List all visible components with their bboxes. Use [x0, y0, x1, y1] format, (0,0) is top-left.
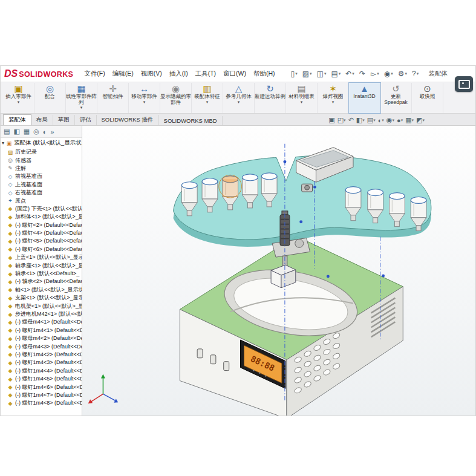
ribbon-button[interactable]: ▲ Instant3D — [349, 83, 380, 113]
quickbar-icon[interactable]: ◫ ▾ — [315, 70, 329, 78]
ribbon-tab[interactable]: SOLIDWORKS 插件 — [97, 115, 159, 125]
tree-item[interactable]: 原点 — [7, 197, 82, 204]
headsup-icon[interactable]: ◩ ▾ — [416, 116, 425, 124]
headsup-icon[interactable]: ▤ ▾ — [367, 116, 376, 124]
main-content: ▤◧▦◎◐» ▾ 装配体 (默认<默认_显示状态-1> 历史记录 — [1, 126, 475, 416]
plate-motor[interactable] — [302, 184, 313, 192]
tree-item[interactable]: (-) 螺钉<5> (Default<<Default> — [7, 237, 82, 245]
ribbon-tab[interactable]: 草图 — [53, 115, 75, 125]
ribbon-button[interactable]: ▦ 线性零部件阵列 ▾ — [66, 83, 97, 113]
menu-item[interactable]: 帮助(H) — [250, 70, 279, 78]
tree-item[interactable]: (-) 螺母m4<1> (Default<<Defa — [7, 318, 82, 326]
headsup-icon[interactable]: ▣ — [328, 116, 334, 124]
menu-item[interactable]: 视图(V) — [137, 70, 166, 78]
ribbon-button[interactable]: ↺ 更新 Speedpak — [380, 83, 412, 113]
headsup-icon[interactable]: ◉ ▾ — [386, 116, 394, 124]
tree-item-label: (-) 螺母m4<3> (Default<<Defa — [15, 343, 82, 351]
tree-item[interactable]: 右视基准面 — [7, 189, 82, 197]
tree-item-label: 轴承座<1> (默认<<默认>_显示 — [15, 262, 82, 270]
tree-item[interactable]: (-) 螺钉1m4<5> (Default<<Defa — [7, 375, 82, 383]
tree-item[interactable]: (-) 螺钉<6> (Default<<Default> — [7, 246, 82, 253]
headsup-icon[interactable]: ◧ ▾ — [356, 116, 365, 124]
menu-item[interactable]: 文件(F) — [80, 70, 108, 78]
tree-item-label: (-) 螺母m4<2> (Default<<Defa — [15, 334, 82, 342]
tree-item[interactable]: (固定) 下壳<1> (默认<<默认>_显 — [7, 205, 82, 213]
headsup-icon[interactable]: ◰ ▾ — [337, 116, 346, 124]
tree-item[interactable]: (-) 螺钉1m4<7> (Default<<Defa — [7, 391, 82, 399]
manager-tab-icon[interactable]: ▤ — [4, 128, 10, 135]
ribbon-button[interactable]: ↔ 移动零部件 ▾ — [129, 83, 160, 113]
quickbar-icon[interactable]: ▻ ▾ — [368, 70, 382, 78]
tree-item[interactable]: (-) 螺钉<4> (Default<<Default> — [7, 229, 82, 237]
ribbon-button-icon: △ — [235, 84, 243, 94]
ribbon-tab[interactable]: 布局 — [31, 115, 53, 125]
ribbon-button[interactable]: ⊙ 取快照 — [412, 83, 443, 113]
tree-item[interactable]: 电机架<1> (默认<<默认>_显示 — [7, 302, 82, 310]
tree-item[interactable]: (-) 螺母m4<3> (Default<<Defa — [7, 342, 82, 350]
tree-item[interactable]: 上视基准面 — [7, 181, 82, 189]
ribbon-tab[interactable]: 装配体 — [3, 114, 31, 125]
tree-item[interactable]: (-) 螺钉1m4<2> (Default<<Defa — [7, 351, 82, 359]
tree-item[interactable]: 轴<1> (默认<<默认>_显示状态 — [7, 286, 82, 294]
manager-tab-icon[interactable]: » — [50, 128, 54, 135]
headsup-icon[interactable]: ● ▾ — [397, 117, 403, 124]
quickbar-icon[interactable]: ? ▾ — [409, 70, 421, 78]
ribbon-tab[interactable]: 评估 — [75, 115, 97, 125]
tree-item[interactable]: (-) 螺钉1m4<4> (Default<<Defa — [7, 367, 82, 375]
tree-item-icon — [7, 327, 13, 333]
quickbar-icon[interactable]: ▯ ▾ — [289, 70, 300, 78]
graphics-area[interactable]: 88:88 — [82, 126, 475, 416]
tree-item[interactable]: 支架<1> (默认<<默认>_显示状 — [7, 294, 82, 302]
tree-item[interactable]: (-) 螺母m4<2> (Default<<Defa — [7, 334, 82, 342]
tree-item[interactable]: (-) 螺钉1m4<6> (Default<<Defa — [7, 383, 82, 391]
tree-item[interactable]: (-) 螺钉1m4<1> (Default<<Defa — [7, 327, 82, 334]
menu-item[interactable]: 插入(I) — [166, 70, 192, 78]
quickbar-icon[interactable]: ↷ — [357, 70, 368, 78]
dropdown-caret-icon: ▾ — [417, 71, 419, 76]
quickbar-icon[interactable]: ↶ ▾ — [343, 70, 357, 78]
headsup-icon[interactable]: ◐ ▾ — [378, 117, 384, 124]
manager-tab-icon[interactable]: ▦ — [24, 128, 30, 135]
tree-item[interactable]: 上盖<1> (默认<<默认>_显示状态 — [7, 253, 82, 261]
headsup-icon[interactable]: ▦ ▾ — [405, 116, 414, 124]
feature-manager-panel: ▤◧▦◎◐» ▾ 装配体 (默认<默认_显示状态-1> 历史记录 — [1, 126, 82, 416]
menu-item[interactable]: 编辑(E) — [109, 70, 137, 78]
tree-item[interactable]: 轴承<1> (默认<<Default>_ — [7, 270, 82, 278]
menu-item[interactable]: 窗口(W) — [220, 70, 250, 78]
manager-tab-icon[interactable]: ◎ — [33, 128, 39, 135]
manager-tab-icon[interactable]: ◐ — [43, 128, 47, 135]
ribbon-button[interactable]: ▥ 装配体特征 ▾ — [192, 83, 223, 113]
quickbar-icon[interactable]: ◉ ▾ — [382, 70, 396, 78]
ribbon-button[interactable]: ↻ 新建运动算例 — [255, 83, 286, 113]
tree-item[interactable]: 前视基准面 — [7, 172, 82, 180]
tree-root-assembly[interactable]: ▾ 装配体 (默认<默认_显示状态-1> — [1, 138, 82, 148]
quickbar-icon[interactable]: ▨ ▾ — [300, 70, 315, 78]
ribbon-button[interactable]: ◉ 显示隐藏的零部件 — [160, 83, 192, 113]
tree-item[interactable]: 轴承座<1> (默认<<默认>_显示 — [7, 261, 82, 269]
menu-item[interactable]: 工具(T) — [192, 70, 220, 78]
screenshot-tool-icon[interactable] — [455, 76, 473, 92]
ribbon-button[interactable]: △ 参考几何体 ▾ — [223, 83, 255, 113]
manager-tab-icon[interactable]: ◧ — [13, 128, 19, 135]
tree-item-label: (-) 螺钉<4> (Default<<Default> — [15, 229, 82, 237]
expander-icon[interactable]: ▾ — [2, 140, 4, 146]
ribbon-button[interactable]: ▤ 材料明细表 ▾ — [286, 83, 318, 113]
tree-item[interactable]: (-) 轴承<2> (Default<<Default> — [7, 278, 82, 285]
tree-item[interactable]: 加料体<1> (默认<<默认>_显示 — [7, 213, 82, 221]
tree-item[interactable]: (-) 螺钉1m4<8> (Default<<Defa — [7, 399, 82, 407]
quickbar-icon[interactable]: ▤ ▾ — [328, 70, 343, 78]
ribbon-button[interactable]: ✛ 智能扣件 — [97, 83, 129, 113]
tree-item-label: 轴<1> (默认<<默认>_显示状态 — [15, 286, 82, 294]
tree-item[interactable]: 注解 — [7, 165, 82, 172]
ribbon-tab[interactable]: SOLIDWORKS MBD — [159, 116, 223, 125]
headsup-icon[interactable]: ↶ — [348, 116, 354, 124]
ribbon-button[interactable]: ✶ 爆炸视图 ▾ — [318, 83, 349, 113]
quickbar-icon[interactable]: ⚙ ▾ — [396, 70, 409, 78]
tree-item[interactable]: (-) 螺钉1m4<3> (Default<<Defa — [7, 359, 82, 367]
ribbon-button[interactable]: ◎ 配合 — [34, 83, 66, 113]
ribbon-button[interactable]: ▣ 插入零部件 ▾ — [3, 83, 34, 113]
tree-item[interactable]: 传感器 — [7, 156, 82, 164]
tree-item[interactable]: (-) 螺钉<2> (Default<<Default> — [7, 221, 82, 229]
tree-item[interactable]: 步进电机M42<1> (默认<<默认>_ — [7, 310, 82, 318]
tree-item[interactable]: 历史记录 — [7, 148, 82, 156]
